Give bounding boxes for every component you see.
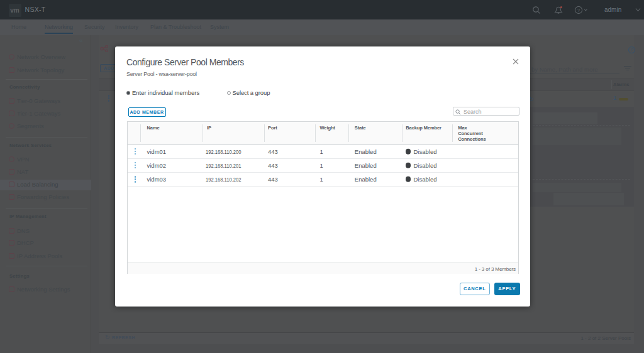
svg-text:?: ? xyxy=(577,8,580,13)
